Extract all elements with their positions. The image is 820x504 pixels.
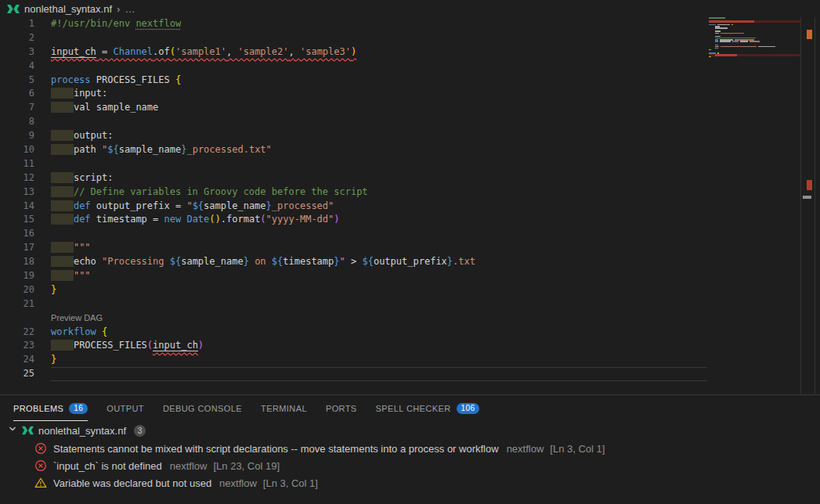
code-token: ${ [362,256,373,267]
code-token: Channel [113,46,153,57]
chevron-right-icon: › [117,3,120,15]
code-line[interactable]: workflow { [51,326,707,340]
code-line[interactable] [51,59,707,74]
code-token: ${ [170,256,181,267]
code-token: 'sample1' [175,46,226,57]
code-line[interactable] [51,227,707,241]
code-token: " [186,200,192,211]
code-line[interactable]: def timestamp = new Date().format("yyyy-… [51,213,707,227]
code-line[interactable]: script: [51,171,707,185]
tab-badge: 16 [69,403,88,414]
problems-count-badge: 3 [134,425,146,437]
code-token: workflow [51,326,102,337]
code-token: { [175,74,181,85]
code-line[interactable] [51,115,707,129]
problem-row[interactable]: Statements cannot be mixed with script d… [0,440,820,457]
code-token: } [334,256,339,267]
code-line[interactable]: """ [51,241,707,255]
code-line[interactable]: echo "Processing ${sample_name} on ${tim… [51,255,707,269]
code-editor[interactable]: 1#!/usr/bin/env nextflow23input_ch = Cha… [0,17,820,394]
code-line[interactable]: output: [51,129,707,143]
codelens-preview-dag[interactable]: Preview DAG [51,311,103,326]
code-token: path [74,144,102,155]
code-token: () [209,214,220,225]
code-line[interactable]: input: [51,87,707,101]
problems-file-name: nonlethal_syntax.nf [38,425,126,437]
chevron-down-icon[interactable] [8,424,17,437]
tab-problems[interactable]: PROBLEMS16 [13,395,88,421]
problem-source: nextflow [219,477,257,489]
editor-row: 4 [0,59,707,74]
problem-row[interactable]: `input_ch` is not definednextflow[Ln 23,… [0,457,820,474]
nextflow-file-icon [7,4,20,14]
code-line[interactable] [51,157,707,171]
editor-row: 2 [0,31,707,45]
tab-terminal[interactable]: TERMINAL [261,395,307,421]
line-number: 19 [0,269,34,283]
editor-row: 5process PROCESS_FILES { [0,74,707,88]
code-token: .txt [453,256,475,267]
tab-debug-console[interactable]: DEBUG CONSOLE [163,395,242,421]
editor-row: 19 """ [0,269,707,283]
editor-row: 7 val sample_name [0,101,707,115]
editor-row: 10 path "${sample_name}_processed.txt" [0,143,707,157]
line-number: 20 [0,283,34,297]
indent-highlight [51,102,74,113]
code-token: val sample_name [74,102,158,113]
code-line[interactable] [51,367,707,381]
problems-file-group[interactable]: nonlethal_syntax.nf 3 [0,421,820,440]
line-number: 13 [0,185,34,200]
breadcrumb[interactable]: nonlethal_syntax.nf › … [0,0,820,17]
code-line[interactable]: """ [51,269,707,283]
code-line[interactable]: input_ch = Channel.of('sample1', 'sample… [51,45,707,59]
line-number: 15 [0,213,34,227]
tab-badge: 106 [457,403,480,414]
breadcrumb-filename[interactable]: nonlethal_syntax.nf [24,3,112,15]
indent-highlight [51,214,74,225]
code-token: } [244,256,249,267]
code-line[interactable]: #!/usr/bin/env nextflow [51,17,707,31]
editor-row: 3input_ch = Channel.of('sample1', 'sampl… [0,45,707,59]
code-line[interactable] [51,31,707,45]
indent-highlight [51,242,74,253]
code-token: { [102,326,107,337]
code-line[interactable]: // Define variables in Groovy code befor… [51,185,707,200]
editor-row: 1#!/usr/bin/env nextflow [0,17,707,31]
line-number: 10 [0,143,34,157]
problem-location: [Ln 3, Col 1] [263,477,318,489]
code-line[interactable]: path "${sample_name}_processed.txt" [51,143,707,157]
code-token: input: [74,88,107,99]
code-token: // Define variables in Groovy code befor… [74,186,368,197]
minimap-line [709,57,800,59]
code-token: echo [74,256,102,267]
code-line[interactable]: process PROCESS_FILES { [51,74,707,88]
code-token: ) [198,340,204,351]
editor-row: 25 [0,367,707,381]
code-token: } [51,284,56,295]
indent-highlight [51,144,74,155]
line-number: 25 [0,367,34,381]
editor-row: 6 input: [0,87,707,101]
code-token: ( [170,46,175,57]
code-line[interactable]: } [51,353,707,367]
code-line[interactable]: PROCESS_FILES(input_ch) [51,339,707,353]
code-line[interactable]: } [51,283,707,297]
code-line[interactable]: val sample_name [51,101,707,115]
line-number: 1 [0,17,34,31]
problem-row[interactable]: Variable was declared but not usednextfl… [0,474,820,491]
editor-row: 24} [0,353,707,367]
nextflow-file-icon [22,426,34,435]
tab-ports[interactable]: PORTS [326,395,357,421]
minimap[interactable] [709,17,800,72]
code-token: , [289,46,300,57]
breadcrumb-more[interactable]: … [125,3,135,15]
problem-location: [Ln 3, Col 1] [550,443,605,455]
editor-row: 17 """ [0,241,707,255]
tab-output[interactable]: OUTPUT [107,395,144,421]
editor-row: 8 [0,115,707,129]
code-line[interactable]: def output_prefix = "${sample_name}_proc… [51,200,707,214]
editor-row: 18 echo "Processing ${sample_name} on ${… [0,255,707,269]
error-icon [34,459,47,472]
code-line[interactable] [51,297,707,311]
tab-spell-checker[interactable]: SPELL CHECKER106 [376,395,480,421]
